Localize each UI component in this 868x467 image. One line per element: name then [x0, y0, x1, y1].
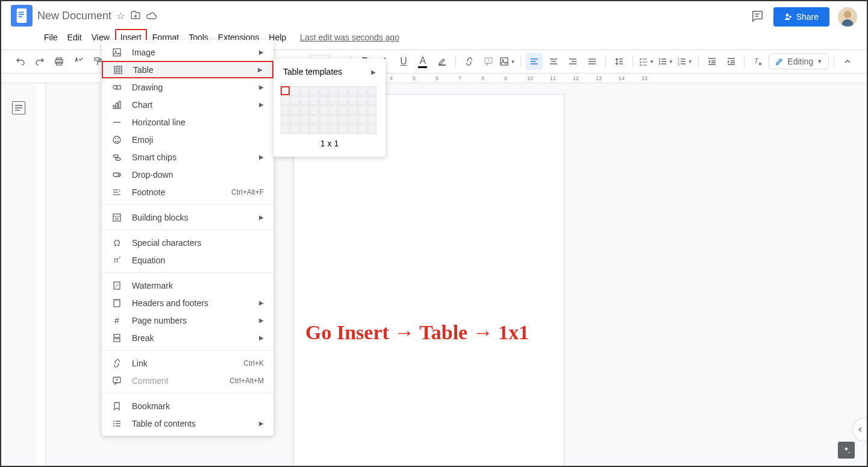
table-grid-cell[interactable] [367, 86, 376, 95]
table-grid-cell[interactable] [329, 96, 338, 105]
table-grid-cell[interactable] [281, 105, 290, 114]
table-grid-cell[interactable] [358, 96, 367, 105]
table-grid-cell[interactable] [300, 96, 309, 105]
align-justify-button[interactable] [584, 53, 601, 70]
table-grid-cell[interactable] [348, 115, 357, 124]
table-grid-cell[interactable] [348, 125, 357, 134]
table-grid-cell[interactable] [310, 96, 319, 105]
line-spacing-button[interactable] [611, 53, 628, 70]
numbered-list-button[interactable]: 123▼ [676, 53, 693, 70]
table-grid-cell[interactable] [339, 125, 348, 134]
vertical-ruler[interactable] [36, 83, 46, 467]
table-grid-cell[interactable] [358, 86, 367, 95]
insert-menu-special-characters[interactable]: ΩSpecial characters [102, 234, 273, 251]
document-title[interactable]: New Document [37, 10, 111, 22]
underline-button[interactable]: U [395, 53, 412, 70]
insert-menu-image[interactable]: Image▶ [102, 43, 273, 61]
insert-menu-break[interactable]: Break▶ [102, 329, 273, 346]
outline-toggle-icon[interactable] [12, 101, 25, 114]
table-grid-cell[interactable] [329, 105, 338, 114]
insert-menu-building-blocks[interactable]: Building blocks▶ [102, 208, 273, 226]
menu-file[interactable]: File [40, 30, 62, 45]
table-grid-cell[interactable] [348, 105, 357, 114]
table-grid-cell[interactable] [329, 125, 338, 134]
share-button[interactable]: Share [773, 7, 829, 27]
table-grid-cell[interactable] [339, 86, 348, 95]
table-grid-cell[interactable] [329, 115, 338, 124]
insert-menu-chart[interactable]: Chart▶ [102, 96, 273, 113]
table-grid-cell[interactable] [281, 125, 290, 134]
insert-menu-horizontal-line[interactable]: Horizontal line [102, 113, 273, 131]
print-button[interactable] [51, 53, 67, 70]
last-edit-link[interactable]: Last edit was seconds ago [300, 33, 399, 42]
table-grid-cell[interactable] [367, 125, 376, 134]
highlight-button[interactable] [434, 53, 451, 70]
table-grid-cell[interactable] [300, 86, 309, 95]
table-grid-cell[interactable] [290, 115, 299, 124]
explore-button[interactable] [838, 442, 855, 459]
table-grid-cell[interactable] [310, 125, 319, 134]
insert-comment-button[interactable] [480, 53, 497, 70]
table-grid-cell[interactable] [348, 86, 357, 95]
table-grid-cell[interactable] [319, 105, 328, 114]
menu-edit[interactable]: Edit [63, 30, 86, 45]
insert-menu-page-numbers[interactable]: #Page numbers▶ [102, 312, 273, 329]
table-grid-cell[interactable] [339, 115, 348, 124]
docs-logo[interactable] [11, 5, 33, 27]
table-grid-cell[interactable] [319, 125, 328, 134]
insert-menu-equation[interactable]: π²Equation [102, 251, 273, 269]
table-grid-cell[interactable] [319, 115, 328, 124]
table-grid-cell[interactable] [367, 96, 376, 105]
table-grid-cell[interactable] [310, 115, 319, 124]
table-grid-cell[interactable] [281, 115, 290, 124]
spellcheck-button[interactable] [70, 53, 87, 70]
indent-increase-button[interactable] [723, 53, 740, 70]
table-grid-cell[interactable] [319, 96, 328, 105]
insert-menu-drop-down[interactable]: Drop-down [102, 166, 273, 183]
checklist-button[interactable]: ▼ [638, 53, 655, 70]
insert-menu-comment[interactable]: CommentCtrl+Alt+M [102, 372, 273, 389]
insert-image-button[interactable]: ▼ [499, 53, 516, 70]
table-grid-cell[interactable] [339, 96, 348, 105]
table-grid-cell[interactable] [358, 115, 367, 124]
insert-menu-watermark[interactable]: Watermark [102, 277, 273, 294]
table-grid-cell[interactable] [300, 105, 309, 114]
table-grid-cell[interactable] [310, 86, 319, 95]
table-grid-cell[interactable] [281, 96, 290, 105]
cloud-icon[interactable] [146, 11, 157, 20]
insert-menu-bookmark[interactable]: Bookmark [102, 397, 273, 415]
table-grid-cell[interactable] [290, 86, 299, 95]
align-right-button[interactable] [564, 53, 581, 70]
table-grid-cell[interactable] [319, 86, 328, 95]
undo-button[interactable] [12, 53, 29, 70]
table-grid-cell[interactable] [300, 115, 309, 124]
table-grid-cell[interactable] [358, 105, 367, 114]
hide-menus-button[interactable] [839, 53, 856, 70]
table-grid-cell[interactable] [329, 86, 338, 95]
insert-menu-drawing[interactable]: Drawing▶ [102, 78, 273, 96]
table-grid-cell[interactable] [290, 96, 299, 105]
insert-menu-headers-and-footers[interactable]: Headers and footers▶ [102, 294, 273, 312]
table-grid-cell[interactable] [290, 125, 299, 134]
table-grid-cell[interactable] [310, 105, 319, 114]
table-grid-cell[interactable] [281, 86, 290, 95]
star-icon[interactable]: ☆ [116, 10, 125, 22]
editing-mode-button[interactable]: Editing ▼ [769, 54, 829, 69]
table-grid-cell[interactable] [339, 105, 348, 114]
insert-menu-table-of-contents[interactable]: Table of contents▶ [102, 415, 273, 432]
clear-formatting-button[interactable]: T [749, 53, 766, 70]
table-grid-cell[interactable] [367, 105, 376, 114]
insert-menu-smart-chips[interactable]: Smart chips▶ [102, 148, 273, 166]
insert-menu-emoji[interactable]: Emoji [102, 131, 273, 148]
redo-button[interactable] [31, 53, 48, 70]
move-icon[interactable] [131, 11, 140, 20]
indent-decrease-button[interactable] [704, 53, 720, 70]
avatar[interactable] [838, 7, 857, 27]
text-color-button[interactable]: A [414, 53, 431, 70]
align-left-button[interactable] [526, 53, 543, 70]
table-grid-cell[interactable] [290, 105, 299, 114]
table-templates-item[interactable]: Table templates ▶ [273, 63, 386, 80]
bullet-list-button[interactable]: ▼ [657, 53, 674, 70]
insert-link-button[interactable] [461, 53, 478, 70]
insert-menu-table[interactable]: Table▶ [102, 61, 273, 78]
